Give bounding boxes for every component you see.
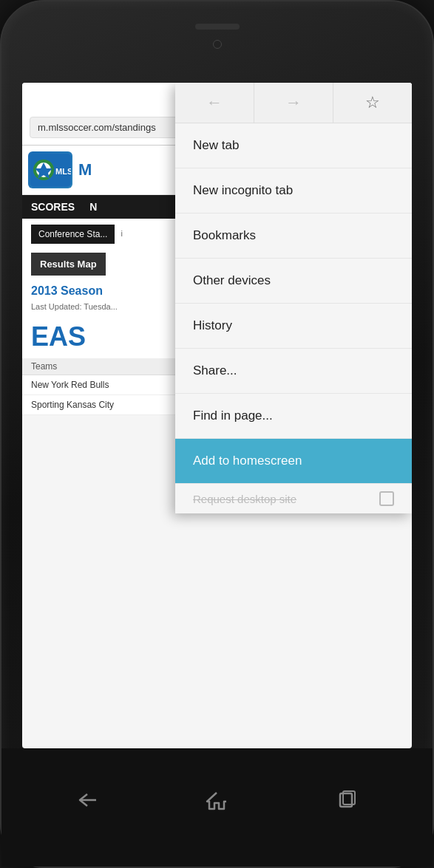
svg-text:MLS: MLS (55, 167, 71, 176)
scores-label: SCORES (31, 201, 75, 213)
recents-button[interactable] (328, 782, 365, 819)
conference-standing-bar: Conference Sta... (31, 225, 115, 244)
home-button[interactable] (198, 782, 235, 819)
mls-site-initial: M (78, 160, 92, 180)
news-initial: N (89, 201, 97, 213)
back-button[interactable] (69, 782, 106, 819)
menu-forward-button[interactable]: → (254, 83, 333, 123)
team-name: New York Red Bulls (31, 380, 155, 390)
results-map-button[interactable]: Results Map (31, 253, 106, 276)
front-camera (213, 40, 222, 49)
menu-item-request-desktop[interactable]: Request desktop site (175, 484, 412, 513)
team-name: Sporting Kansas City (31, 400, 155, 410)
phone-frame: 4:20 m.mlssoccer.com/standings ↺ 9 ⋮ (0, 0, 434, 868)
menu-item-history[interactable]: History (175, 304, 412, 349)
menu-item-new-tab[interactable]: New tab (175, 123, 412, 168)
menu-nav-row: ← → ☆ (175, 83, 412, 123)
menu-back-button[interactable]: ← (175, 83, 254, 123)
phone-screen: 4:20 m.mlssoccer.com/standings ↺ 9 ⋮ (22, 83, 412, 748)
menu-item-new-incognito-tab[interactable]: New incognito tab (175, 168, 412, 213)
col-team-header: Teams (31, 361, 155, 372)
dropdown-menu: ← → ☆ New tab New incognito tab Bookmark… (175, 83, 412, 513)
menu-item-share[interactable]: Share... (175, 349, 412, 394)
menu-item-find-in-page[interactable]: Find in page... (175, 394, 412, 439)
mls-logo: MLS (28, 151, 72, 188)
speaker-top (195, 24, 240, 30)
menu-item-other-devices[interactable]: Other devices (175, 259, 412, 304)
menu-star-button[interactable]: ☆ (333, 83, 412, 123)
phone-nav-bar (1, 748, 433, 867)
menu-item-bookmarks[interactable]: Bookmarks (175, 213, 412, 259)
menu-item-add-to-homescreen[interactable]: Add to homescreen (175, 439, 412, 484)
